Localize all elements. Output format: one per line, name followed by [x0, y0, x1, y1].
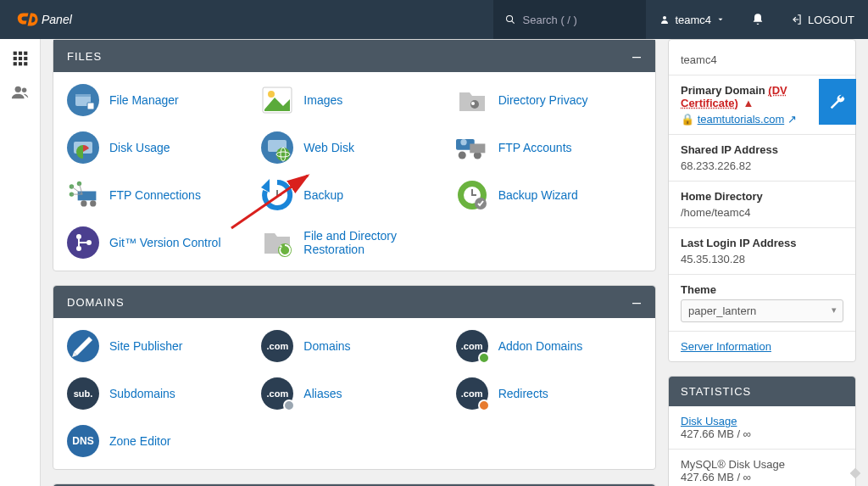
stat-mysql-label: MySQL® Disk Usage [681, 458, 843, 471]
panel-files: FILES – File Manager [53, 39, 656, 271]
svg-point-20 [268, 91, 275, 98]
right-column: teamc4 Primary Domain (DV Certificate) ▲… [668, 39, 868, 486]
item-label: Backup Wizard [498, 188, 578, 202]
home-dir-label: Home Directory [681, 190, 843, 203]
notifications-button[interactable] [738, 0, 777, 39]
svg-rect-33 [470, 143, 485, 153]
apps-grid-icon [12, 50, 29, 67]
zone-editor-icon: DNS [67, 425, 99, 457]
item-backup[interactable]: Backup [261, 179, 447, 211]
search-input[interactable] [523, 14, 635, 26]
domains-icon: .com [261, 330, 293, 362]
theme-select[interactable]: paper_lantern [681, 299, 843, 322]
item-images[interactable]: Images [261, 84, 447, 116]
item-addon-domains[interactable]: .com Addon Domains [456, 330, 642, 362]
item-label: Subdomains [109, 387, 175, 400]
svg-rect-5 [18, 52, 21, 55]
svg-point-1 [507, 15, 513, 21]
svg-point-34 [460, 139, 466, 145]
general-info-card: teamc4 Primary Domain (DV Certificate) ▲… [668, 39, 856, 362]
svg-point-14 [21, 88, 26, 93]
statistics-head: STATISTICS [669, 377, 855, 406]
directory-privacy-icon [456, 84, 488, 116]
user-menu[interactable]: teamc4 [646, 0, 738, 39]
item-domains[interactable]: .com Domains [261, 330, 447, 362]
svg-rect-56 [850, 468, 861, 479]
statistics-card: STATISTICS Disk Usage 427.66 MB / ∞ MySQ… [668, 376, 856, 486]
collapse-icon[interactable]: – [632, 48, 642, 64]
collapse-icon[interactable]: – [632, 294, 642, 310]
svg-rect-4 [13, 52, 16, 55]
item-label: Images [303, 93, 342, 107]
item-zone-editor[interactable]: DNS Zone Editor [67, 425, 253, 457]
item-aliases[interactable]: .com Aliases [261, 377, 447, 410]
item-disk-usage[interactable]: Disk Usage [67, 131, 253, 164]
item-ftp-accounts[interactable]: FTP Accounts [456, 131, 642, 164]
item-label: FTP Connections [109, 188, 201, 202]
svg-point-50 [76, 234, 81, 239]
svg-rect-8 [18, 57, 21, 60]
item-label: Aliases [303, 387, 342, 400]
main-content: FILES – File Manager [41, 39, 668, 486]
ftp-connections-icon [67, 179, 99, 211]
svg-rect-6 [24, 52, 27, 55]
panel-domains-head[interactable]: DOMAINS – [53, 286, 655, 318]
wrench-icon [828, 92, 847, 111]
item-redirects[interactable]: .com Redirects [456, 377, 642, 410]
logout-button[interactable]: LOGOUT [777, 0, 868, 39]
item-label: File Manager [109, 93, 179, 107]
item-backup-wizard[interactable]: Backup Wizard [456, 179, 642, 211]
server-info-link[interactable]: Server Information [681, 340, 771, 353]
item-label: Zone Editor [109, 434, 170, 448]
panel-domains-title: DOMAINS [67, 296, 125, 309]
item-file-manager[interactable]: File Manager [67, 84, 253, 116]
current-user-value: teamc4 [681, 53, 843, 66]
item-label: FTP Accounts [498, 141, 572, 154]
shared-ip-value: 68.233.226.82 [681, 159, 843, 172]
primary-domain-link[interactable]: teamtutorials.com [698, 113, 785, 126]
svg-rect-10 [13, 62, 16, 65]
diamond-icon [848, 466, 863, 481]
last-login-value: 45.35.130.28 [681, 253, 843, 265]
item-directory-privacy[interactable]: Directory Privacy [456, 84, 642, 116]
site-publisher-icon [67, 330, 99, 362]
disk-usage-icon [67, 131, 99, 164]
panel-files-head[interactable]: FILES – [53, 40, 655, 72]
item-file-restoration[interactable]: File and Directory Restoration [261, 226, 447, 259]
redirects-icon: .com [456, 377, 488, 410]
svg-point-13 [14, 87, 20, 92]
item-label: Web Disk [303, 141, 354, 154]
addon-domains-icon: .com [456, 330, 488, 362]
item-label: Disk Usage [109, 141, 170, 154]
nav-users[interactable] [8, 83, 32, 102]
nav-home[interactable] [8, 49, 32, 68]
stat-disk-usage-label[interactable]: Disk Usage [681, 415, 737, 427]
bell-icon [751, 13, 765, 26]
images-icon [261, 84, 293, 116]
item-label: Directory Privacy [498, 93, 588, 107]
item-web-disk[interactable]: Web Disk [261, 131, 447, 164]
svg-rect-11 [18, 62, 21, 65]
item-subdomains[interactable]: sub. Subdomains [67, 377, 253, 410]
brand-logo[interactable]: Panel [0, 7, 115, 32]
item-label: Git™ Version Control [109, 236, 221, 249]
svg-rect-12 [24, 62, 27, 65]
search-icon [505, 14, 515, 25]
svg-point-52 [86, 240, 92, 245]
tools-tab[interactable] [819, 79, 856, 125]
theme-label: Theme [681, 283, 843, 296]
corner-widget[interactable] [843, 461, 868, 486]
user-icon [659, 14, 670, 25]
item-site-publisher[interactable]: Site Publisher [67, 330, 253, 362]
item-ftp-connections[interactable]: FTP Connections [67, 179, 253, 211]
last-login-label: Last Login IP Address [681, 237, 843, 249]
subdomains-icon: sub. [67, 377, 99, 410]
logout-icon [791, 14, 803, 25]
stat-disk-usage-value: 427.66 MB / ∞ [681, 427, 843, 440]
svg-rect-47 [471, 194, 476, 196]
search-box[interactable] [493, 0, 646, 39]
file-restoration-icon [261, 226, 293, 259]
backup-wizard-icon [456, 179, 488, 211]
svg-rect-7 [13, 57, 16, 60]
item-git-version-control[interactable]: Git™ Version Control [67, 226, 253, 259]
